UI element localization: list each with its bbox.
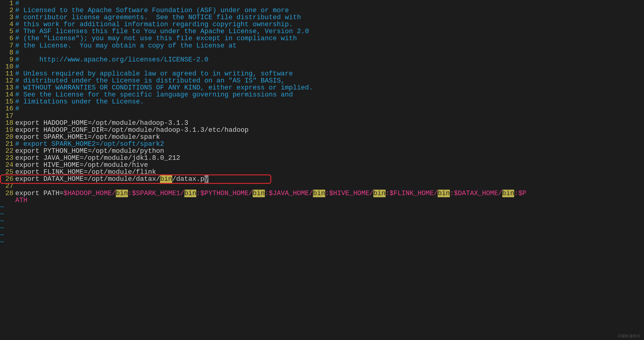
code-line: # See the License for the specific langu… bbox=[15, 91, 644, 98]
code-content[interactable]: # # Licensed to the Apache Software Foun… bbox=[15, 0, 644, 246]
empty-line-tilde: ~ bbox=[0, 211, 644, 218]
code-line: # export SPARK_HOME2=/opt/soft/spark2 bbox=[15, 141, 644, 148]
line-number: 19 bbox=[0, 127, 13, 134]
line-number: 3 bbox=[0, 14, 13, 21]
code-line: export PYTHON_HOME=/opt/module/python bbox=[15, 148, 644, 155]
code-line: export JAVA_HOME=/opt/module/jdk1.8.0_21… bbox=[15, 155, 644, 162]
search-highlight: bin bbox=[184, 190, 197, 197]
code-line: # distributed under the License is distr… bbox=[15, 77, 644, 84]
code-line: export DATAX_HOME=/opt/module/datax/bin/… bbox=[15, 176, 644, 183]
code-line: # bbox=[15, 49, 644, 56]
code-line: # this work for additional information r… bbox=[15, 21, 644, 28]
line-number: 14 bbox=[0, 91, 13, 98]
watermark-text: CSDN @长行 bbox=[618, 334, 640, 338]
line-number: 16 bbox=[0, 105, 13, 112]
line-number: 21 bbox=[0, 141, 13, 148]
line-number: 23 bbox=[0, 155, 13, 162]
line-number: 6 bbox=[0, 35, 13, 42]
cursor: y bbox=[205, 175, 208, 183]
line-number: 10 bbox=[0, 63, 13, 70]
code-line: export HADOOP_HOME=/opt/module/hadoop-3.… bbox=[15, 120, 644, 127]
search-highlight: bin bbox=[116, 190, 128, 197]
line-number: 27 bbox=[0, 183, 13, 190]
code-line: # bbox=[15, 105, 644, 112]
code-line: export HADOOP_CONF_DIR=/opt/module/hadoo… bbox=[15, 127, 644, 134]
search-highlight: bin bbox=[502, 190, 514, 197]
code-line: # bbox=[15, 0, 644, 7]
code-line: # limitations under the License. bbox=[15, 98, 644, 105]
code-line: # Licensed to the Apache Software Founda… bbox=[15, 7, 644, 14]
line-number: 17 bbox=[0, 113, 13, 120]
line-number: 12 bbox=[0, 77, 13, 84]
code-line: export FLINK_HOME=/opt/module/flink bbox=[15, 169, 644, 176]
code-line: # bbox=[15, 63, 644, 70]
line-number: 20 bbox=[0, 134, 13, 141]
search-highlight: bin bbox=[313, 190, 325, 197]
line-number: 7 bbox=[0, 42, 13, 49]
line-number: 22 bbox=[0, 148, 13, 155]
line-number: 25 bbox=[0, 169, 13, 176]
search-highlight: bin bbox=[253, 190, 265, 197]
line-number: 13 bbox=[0, 84, 13, 91]
line-number: 24 bbox=[0, 162, 13, 169]
line-number: 5 bbox=[0, 28, 13, 35]
empty-line-tilde: ~ bbox=[0, 204, 644, 211]
line-number: 11 bbox=[0, 70, 13, 77]
line-number: 1 bbox=[0, 0, 13, 7]
line-number: 26 bbox=[0, 176, 13, 183]
empty-line-tilde: ~ bbox=[0, 225, 644, 232]
code-line: # the License. You may obtain a copy of … bbox=[15, 42, 644, 49]
empty-line-tilde: ~ bbox=[0, 232, 644, 239]
code-line: # The ASF licenses this file to You unde… bbox=[15, 28, 644, 35]
code-line-blank bbox=[15, 183, 644, 190]
search-highlight: bin bbox=[373, 190, 386, 197]
empty-line-tilde: ~ bbox=[0, 239, 644, 246]
code-line: # (the "License"); you may not use this … bbox=[15, 35, 644, 42]
search-highlight: bin bbox=[438, 190, 450, 197]
code-line: # Unless required by applicable law or a… bbox=[15, 70, 644, 77]
line-number: 18 bbox=[0, 120, 13, 127]
line-number: 15 bbox=[0, 98, 13, 105]
code-line: # WITHOUT WARRANTIES OR CONDITIONS OF AN… bbox=[15, 84, 644, 91]
code-line: export PATH=$HADOOP_HOME/bin:$SPARK_HOME… bbox=[15, 190, 644, 197]
search-highlight: bin bbox=[160, 175, 172, 183]
line-number: 8 bbox=[0, 49, 13, 56]
code-line: # contributor license agreements. See th… bbox=[15, 14, 644, 21]
code-line: export HIVE_HOME=/opt/module/hive bbox=[15, 162, 644, 169]
code-line-wrap: ATH bbox=[15, 197, 644, 204]
code-line-blank bbox=[15, 113, 644, 120]
code-line: # http://www.apache.org/licenses/LICENSE… bbox=[15, 56, 644, 63]
line-number: 9 bbox=[0, 56, 13, 63]
code-line: export SPARK_HOME1=/opt/module/spark bbox=[15, 134, 644, 141]
line-number: 28 bbox=[0, 190, 13, 197]
line-number: 2 bbox=[0, 7, 13, 14]
code-editor[interactable]: 1 2 3 4 5 6 7 8 9 10 11 12 13 14 15 16 1… bbox=[0, 0, 644, 246]
empty-line-tilde: ~ bbox=[0, 218, 644, 225]
line-number: 4 bbox=[0, 21, 13, 28]
